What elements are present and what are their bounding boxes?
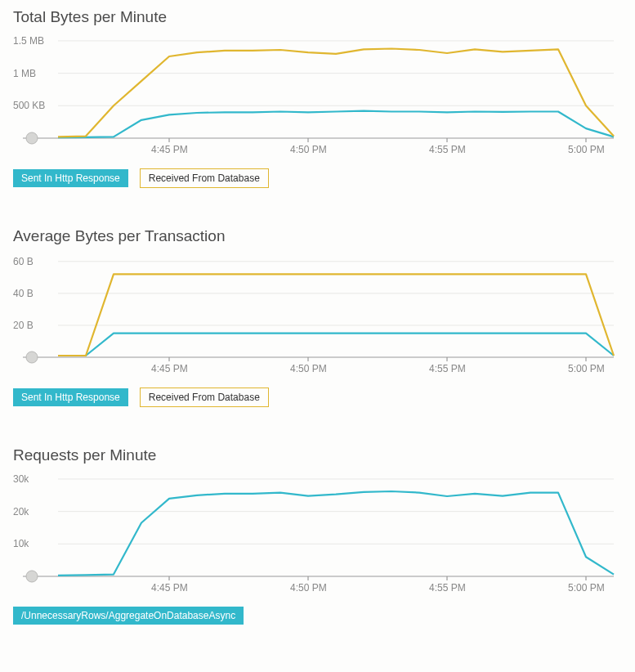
series-line bbox=[58, 49, 614, 137]
x-tick-label: 4:45 PM bbox=[151, 363, 188, 374]
y-tick-label: 60 B bbox=[13, 256, 34, 267]
x-tick-label: 5:00 PM bbox=[568, 582, 605, 594]
y-tick-label: 1.5 MB bbox=[13, 35, 44, 47]
y-tick-label: 20 B bbox=[13, 320, 34, 331]
chart-plot: 10k20k30k4:45 PM4:50 PM4:55 PM5:00 PM bbox=[13, 466, 618, 597]
chart-block: Total Bytes per Minute500 KB1 MB1.5 MB4:… bbox=[13, 8, 622, 188]
x-tick-label: 4:55 PM bbox=[429, 582, 466, 594]
x-tick-label: 4:50 PM bbox=[290, 144, 327, 155]
x-tick-label: 4:45 PM bbox=[151, 582, 188, 594]
y-tick-label: 30k bbox=[13, 473, 29, 485]
series-line bbox=[58, 274, 614, 356]
legend: Sent In Http ResponseReceived From Datab… bbox=[13, 388, 622, 407]
legend-item[interactable]: /UnnecessaryRows/AggregateOnDatabaseAsyn… bbox=[13, 607, 244, 625]
scrubber-knob[interactable] bbox=[26, 571, 38, 582]
legend: Sent In Http ResponseReceived From Datab… bbox=[13, 168, 622, 188]
chart-title: Requests per Minute bbox=[13, 446, 622, 464]
x-tick-label: 4:50 PM bbox=[290, 363, 327, 374]
legend-item[interactable]: Received From Database bbox=[140, 388, 269, 407]
x-tick-label: 5:00 PM bbox=[568, 144, 605, 155]
chart-title: Total Bytes per Minute bbox=[13, 8, 622, 26]
x-tick-label: 4:50 PM bbox=[290, 582, 327, 594]
series-line bbox=[58, 491, 614, 576]
y-tick-label: 40 B bbox=[13, 288, 34, 299]
chart-title: Average Bytes per Transaction bbox=[13, 227, 622, 245]
x-tick-label: 5:00 PM bbox=[568, 363, 605, 374]
x-tick-label: 4:55 PM bbox=[429, 363, 466, 374]
legend: /UnnecessaryRows/AggregateOnDatabaseAsyn… bbox=[13, 607, 622, 625]
legend-item[interactable]: Sent In Http Response bbox=[13, 169, 128, 187]
x-tick-label: 4:45 PM bbox=[151, 144, 188, 155]
scrubber-knob[interactable] bbox=[26, 352, 38, 363]
chart-plot: 20 B40 B60 B4:45 PM4:50 PM4:55 PM5:00 PM bbox=[13, 247, 618, 378]
series-line bbox=[58, 111, 614, 138]
chart-block: Requests per Minute10k20k30k4:45 PM4:50 … bbox=[13, 446, 622, 625]
y-tick-label: 10k bbox=[13, 538, 29, 549]
y-tick-label: 500 KB bbox=[13, 100, 45, 111]
legend-item[interactable]: Sent In Http Response bbox=[13, 388, 128, 406]
chart-block: Average Bytes per Transaction20 B40 B60 … bbox=[13, 227, 622, 407]
legend-item[interactable]: Received From Database bbox=[140, 168, 269, 188]
series-line bbox=[58, 334, 614, 356]
scrubber-knob[interactable] bbox=[26, 132, 38, 144]
chart-plot: 500 KB1 MB1.5 MB4:45 PM4:50 PM4:55 PM5:0… bbox=[13, 28, 618, 159]
x-tick-label: 4:55 PM bbox=[429, 144, 466, 155]
y-tick-label: 20k bbox=[13, 506, 29, 517]
y-tick-label: 1 MB bbox=[13, 68, 36, 79]
